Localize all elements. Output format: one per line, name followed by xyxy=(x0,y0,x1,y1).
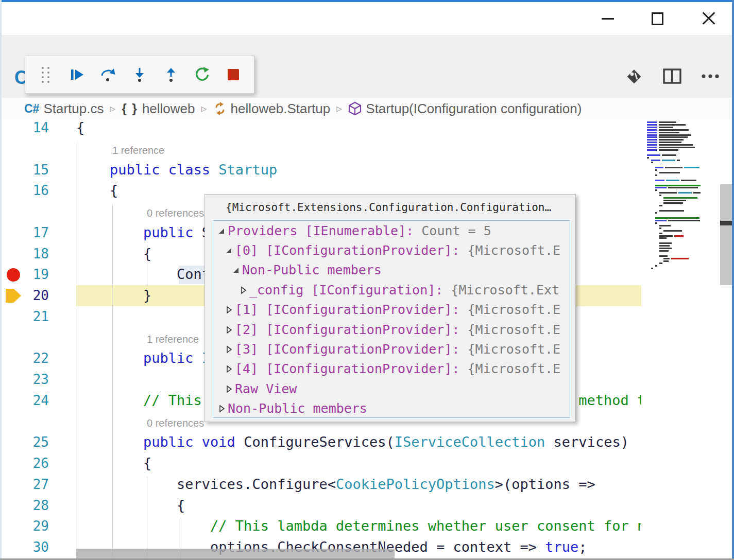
code-line: public class Startup xyxy=(76,160,277,181)
breadcrumb-item[interactable]: { }helloweb xyxy=(122,101,195,117)
datatip-tree-row[interactable]: Non-Public members xyxy=(213,260,570,280)
tree-row-value: Count = 5 xyxy=(414,223,491,238)
csharp-file-icon: C# xyxy=(24,102,39,116)
breadcrumb-separator-icon: ▹ xyxy=(195,102,213,115)
expand-icon[interactable] xyxy=(225,361,235,376)
window-border-left xyxy=(0,0,2,560)
horizontal-scrollbar-thumb[interactable] xyxy=(76,549,395,559)
datatip-header: {Microsoft.Extensions.Configuration.Conf… xyxy=(205,195,575,220)
code-editor[interactable]: 14{1 reference15 public class Startup16 … xyxy=(2,119,732,558)
line-number: 26 xyxy=(18,453,49,474)
toolbar-drag-handle[interactable] xyxy=(30,59,62,91)
title-bar xyxy=(2,2,732,35)
method-cube-icon xyxy=(348,101,362,116)
step-out-button[interactable] xyxy=(155,59,186,91)
maximize-button[interactable] xyxy=(639,2,675,35)
code-line: { xyxy=(76,180,118,201)
minimap[interactable] xyxy=(645,119,718,526)
datatip-tree-row[interactable]: Raw View xyxy=(213,379,570,398)
codelens-references[interactable]: 1 reference xyxy=(147,327,199,348)
codelens-references[interactable]: 0 references xyxy=(147,201,204,222)
minimize-icon xyxy=(602,18,614,20)
tree-row-name: [3] [IConfigurationProvider]: xyxy=(235,342,460,357)
tree-row-value: {Microsoft.Ext xyxy=(443,283,559,297)
step-into-button[interactable] xyxy=(124,59,156,91)
datatip-tree-row[interactable]: [0] [IConfigurationProvider]: {Microsoft… xyxy=(213,240,570,260)
stop-button[interactable] xyxy=(217,59,249,91)
datatip-tree-row[interactable]: Non-Public members xyxy=(213,399,570,418)
datatip-tree-row[interactable]: [3] [IConfigurationProvider]: {Microsoft… xyxy=(213,339,570,359)
tree-row-name: [4] [IConfigurationProvider]: xyxy=(235,361,460,376)
code-line: services.Configure<CookiePolicyOptions>(… xyxy=(76,474,595,495)
minimize-button[interactable] xyxy=(590,2,626,35)
expand-icon[interactable] xyxy=(225,381,235,396)
continue-button[interactable] xyxy=(62,59,93,91)
code-line: { xyxy=(76,495,185,516)
scrollbar-current-line-mark xyxy=(720,221,733,225)
tree-row-name: _config [IConfiguration]: xyxy=(249,283,443,297)
collapse-icon[interactable] xyxy=(217,223,228,238)
tree-row-name: Providers [IEnumerable]: xyxy=(228,223,414,238)
expand-icon[interactable] xyxy=(239,283,249,297)
more-actions-button[interactable] xyxy=(699,65,722,87)
braces-icon: { } xyxy=(122,101,138,116)
line-number: 14 xyxy=(18,119,49,138)
vertical-scrollbar-thumb[interactable] xyxy=(720,184,733,285)
line-number: 23 xyxy=(18,369,49,390)
tree-row-name: [1] [IConfigurationProvider]: xyxy=(235,302,460,317)
line-number: 22 xyxy=(18,348,49,369)
tree-row-value: {Microsoft.E xyxy=(460,243,561,258)
tree-row-value: {Microsoft.E xyxy=(460,361,561,376)
line-number: 25 xyxy=(18,432,49,453)
step-over-button[interactable] xyxy=(93,59,124,91)
datatip-tree-row[interactable]: [2] [IConfigurationProvider]: {Microsoft… xyxy=(213,320,570,339)
tree-row-name: Non-Public members xyxy=(228,401,367,416)
breadcrumb-item[interactable]: C#Startup.cs xyxy=(24,101,104,117)
expand-icon[interactable] xyxy=(225,342,235,357)
datatip-tree: Providers [IEnumerable]: Count = 5[0] [I… xyxy=(213,220,570,418)
drag-handle-icon xyxy=(42,67,50,83)
breadcrumb-label: Startup(IConfiguration configuration) xyxy=(366,101,582,117)
breadcrumb: C#Startup.cs▹{ }helloweb▹helloweb.Startu… xyxy=(2,98,732,119)
line-number: 17 xyxy=(18,222,49,243)
debugger-datatip-popup: {Microsoft.Extensions.Configuration.Conf… xyxy=(204,194,576,422)
breadcrumb-label: helloweb xyxy=(142,101,195,117)
collapse-icon[interactable] xyxy=(232,262,242,277)
tree-row-value: {Microsoft.E xyxy=(460,322,561,337)
code-line: // This lambda determines whether user c… xyxy=(76,516,641,537)
line-number: 21 xyxy=(18,306,49,327)
horizontal-scrollbar[interactable] xyxy=(76,549,641,559)
expand-icon[interactable] xyxy=(225,322,235,337)
datatip-tree-row[interactable]: [4] [IConfigurationProvider]: {Microsoft… xyxy=(213,359,570,379)
line-number: 16 xyxy=(18,180,49,201)
tree-row-value: {Microsoft.E xyxy=(460,302,561,317)
line-number: 30 xyxy=(18,537,49,558)
open-changes-button[interactable] xyxy=(623,65,645,87)
breadcrumb-separator-icon: ▹ xyxy=(330,102,348,115)
datatip-tree-row[interactable]: _config [IConfiguration]: {Microsoft.Ext xyxy=(213,280,570,300)
breadcrumb-item[interactable]: Startup(IConfiguration configuration) xyxy=(348,101,582,117)
codelens-references[interactable]: 0 references xyxy=(147,411,204,432)
tree-row-value: {Microsoft.E xyxy=(460,342,561,357)
collapse-icon[interactable] xyxy=(225,243,235,258)
braces-icon: { } xyxy=(122,101,138,116)
debug-toolbar[interactable] xyxy=(25,56,254,94)
vertical-scrollbar[interactable] xyxy=(720,119,733,558)
window-border-right xyxy=(732,0,734,560)
breadcrumb-item[interactable]: helloweb.Startup xyxy=(213,101,331,117)
code-line: } xyxy=(76,285,151,306)
split-editor-button[interactable] xyxy=(661,65,684,87)
tree-row-name: [0] [IConfigurationProvider]: xyxy=(235,243,460,258)
expand-icon[interactable] xyxy=(217,401,228,416)
datatip-tree-row[interactable]: Providers [IEnumerable]: Count = 5 xyxy=(213,221,570,240)
expand-icon[interactable] xyxy=(225,302,235,317)
close-button[interactable] xyxy=(691,2,727,35)
line-number: 24 xyxy=(18,390,49,411)
app-window: C C#Startup.cs▹{ }helloweb▹helloweb.Star… xyxy=(0,0,734,560)
datatip-tree-row[interactable]: [1] [IConfigurationProvider]: {Microsoft… xyxy=(213,300,570,320)
codelens-references[interactable]: 1 reference xyxy=(112,138,164,160)
code-line: { xyxy=(76,119,84,138)
restart-button[interactable] xyxy=(186,59,218,91)
editor-actions xyxy=(623,65,722,87)
breadcrumb-label: Startup.cs xyxy=(43,101,104,117)
